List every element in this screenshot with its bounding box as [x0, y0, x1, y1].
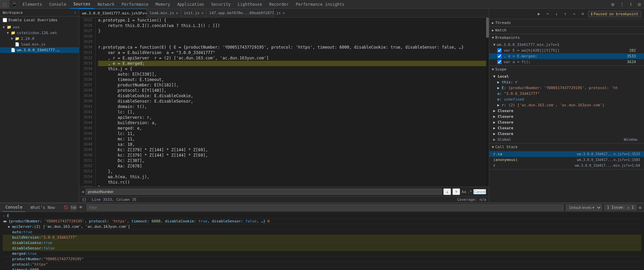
- console-settings-icon[interactable]: ⚙: [639, 205, 641, 210]
- enable-overrides-checkbox[interactable]: [3, 18, 7, 22]
- search-input[interactable]: [86, 189, 442, 195]
- scope-closure2[interactable]: ▶ Closure: [489, 114, 644, 119]
- tab-init-close[interactable]: ✕: [201, 11, 203, 15]
- ds-val: false: [44, 246, 55, 250]
- nav-performance[interactable]: Performance: [118, 0, 152, 9]
- watch-header[interactable]: ▶ Watch: [489, 27, 644, 34]
- tree-item-version[interactable]: ▼ 📁 2.24.0: [0, 36, 79, 42]
- scope-E: ▶ E: {productNumber: 'YD00517437729195',…: [489, 85, 644, 91]
- tab-wm[interactable]: wm.3.0.0_33d41777.min.js%3Fv=1 ✕: [79, 9, 147, 18]
- nav-sources[interactable]: Sources: [70, 0, 94, 9]
- code-line-3546: lc: 11,: [98, 131, 486, 136]
- console-filter[interactable]: [87, 205, 563, 211]
- code-line-3540: disableSensor: E.disableSensor,: [98, 99, 486, 104]
- bp-file-arrow: ▼: [493, 43, 496, 47]
- right-toolbar: ▶ ↷ ↓ ↑ → ⊘ ℹ Paused on breakpoint: [489, 9, 644, 19]
- regex-btn[interactable]: .*: [468, 190, 472, 194]
- device-icon[interactable]: 📱: [9, 0, 19, 9]
- code-content[interactable]: e.prototype.I = function() { return this…: [95, 18, 486, 187]
- dock-icon[interactable]: ⊡: [635, 0, 644, 9]
- workspace-title: Workspace: [3, 10, 23, 15]
- bp-check-1[interactable]: [497, 54, 502, 58]
- breakpoints-header[interactable]: ▼ Breakpoints: [489, 34, 644, 41]
- next-match-btn[interactable]: ▼: [452, 188, 460, 195]
- tree-label-xxx: xxx: [13, 25, 20, 29]
- step-over-btn[interactable]: ↷: [544, 10, 552, 18]
- eye-btn[interactable]: 👁: [78, 205, 84, 211]
- tree-item-wm[interactable]: 📄 wm.3.0.0_33d41777.min.js%3Fv=1: [0, 47, 79, 53]
- bp-arrow: ▼: [492, 36, 494, 39]
- tab-whats-new[interactable]: What's New: [28, 203, 58, 212]
- nav-application[interactable]: Application: [174, 0, 207, 9]
- tab-loadmin[interactable]: load.min.js ✕: [147, 9, 181, 18]
- scope-closure3-label: ▶ Closure: [493, 120, 513, 125]
- dc-key: disableCookie:: [8, 241, 44, 245]
- vertical-scrollbar[interactable]: [486, 18, 489, 187]
- settings-icon[interactable]: ⚙: [608, 0, 617, 9]
- search-bar: ⚙ ▲ ▼ Aa .* Cancel: [79, 187, 489, 196]
- code-line-3547: mc: 11,: [98, 136, 486, 142]
- obj-expand-arrow[interactable]: ◀▶: [3, 219, 7, 223]
- log-level-select[interactable]: Default levels ▾: [566, 205, 602, 211]
- scope-local[interactable]: ▼ Local: [489, 74, 644, 79]
- merged-val: true: [28, 251, 37, 256]
- prev-match-btn[interactable]: ▲: [443, 188, 451, 195]
- scope-closure1[interactable]: ▶ Closure: [489, 108, 644, 114]
- more-icon[interactable]: ⋮: [617, 0, 627, 9]
- bp-check-2[interactable]: [497, 60, 502, 64]
- timeout-val: 6000: [30, 268, 39, 270]
- nav-network[interactable]: Network: [94, 0, 118, 9]
- nav-lighthouse[interactable]: Lighthouse: [234, 0, 266, 9]
- tree-item-loadmin[interactable]: 📄 load.min.js: [0, 42, 79, 47]
- code-line-3535: auto: E[h[330]],: [98, 72, 486, 77]
- scope-closure3[interactable]: ▶ Closure: [489, 119, 644, 125]
- step-btn[interactable]: →: [570, 10, 578, 18]
- coverage-status: Coverage: n/a: [457, 197, 486, 202]
- sidebar-more-icon[interactable]: ›: [74, 10, 76, 15]
- clear-console-btn[interactable]: 🚫: [63, 205, 69, 211]
- code-line-3556: }: [98, 185, 486, 187]
- paused-icon: ℹ: [591, 12, 592, 16]
- match-case-btn[interactable]: Aa: [461, 190, 466, 194]
- tab-loadmin-close[interactable]: ✕: [176, 11, 178, 15]
- tree-item-domain[interactable]: ▼ 📁 cstaticdun.126.net: [0, 30, 79, 36]
- bp-item-0[interactable]: var E = wa[h[420]][Y[75]] 282: [489, 48, 644, 53]
- scrollbar-thumb[interactable]: [486, 18, 489, 38]
- inspect-icon[interactable]: ⬚: [0, 0, 9, 9]
- apiserver-expand[interactable]: ▶: [8, 224, 10, 229]
- cursor-icon: {}: [82, 197, 86, 202]
- tab-init[interactable]: init.js ✕: [181, 9, 206, 18]
- top-btn[interactable]: top: [71, 205, 77, 211]
- tree-item-xxx[interactable]: ▼ 📁 xxx: [0, 24, 79, 30]
- callstack-item-0[interactable]: r.ca wm.3.0.0_33d417...n.js?v=1:3533: [489, 151, 644, 157]
- nav-console[interactable]: Console: [46, 0, 70, 9]
- search-cancel-btn[interactable]: Cancel: [473, 189, 486, 194]
- bp-item-2[interactable]: var a = f(); 3624: [489, 59, 644, 65]
- threads-header[interactable]: ▶ Threads: [489, 19, 644, 26]
- issue-badge[interactable]: 1 Issue: ⚠ 1: [605, 205, 636, 210]
- tab-147[interactable]: 147.app.bbf670e...89eab9f2877.js ✕: [206, 9, 274, 18]
- nav-recorder[interactable]: Recorder: [266, 0, 292, 9]
- deactivate-btn[interactable]: ⊘: [579, 10, 587, 18]
- step-into-btn[interactable]: ↓: [553, 10, 560, 18]
- scope-closure5[interactable]: ▶ Closure: [489, 131, 644, 137]
- callstack-header[interactable]: ▼ Call Stack: [489, 143, 644, 151]
- nav-security[interactable]: Security: [208, 0, 234, 9]
- tab-console[interactable]: Console: [3, 203, 25, 212]
- tab-147-close[interactable]: ✕: [283, 11, 285, 15]
- bp-label-0: var E = wa[h[420]][Y[75]]: [504, 48, 560, 53]
- resume-btn[interactable]: ▶: [535, 10, 543, 18]
- callstack-item-2[interactable]: r wm.3.0.0_33d417....min.js?v=1:64: [489, 163, 644, 168]
- bp-check-0[interactable]: [497, 48, 502, 53]
- code-editor[interactable]: 3525352635273528352935303531353235333534…: [79, 18, 489, 187]
- nav-memory[interactable]: Memory: [152, 0, 174, 9]
- scope-header[interactable]: ▼ Scope: [489, 66, 644, 73]
- bp-item-1[interactable]: , e = E.merged; 3533: [489, 53, 644, 59]
- step-out-btn[interactable]: ↑: [562, 10, 569, 18]
- nav-elements[interactable]: Elements: [19, 0, 46, 9]
- code-line-3544: buildVersion: a,: [98, 120, 486, 126]
- scope-closure4[interactable]: ▶ Closure: [489, 125, 644, 131]
- callstack-item-1[interactable]: (anonymous) wm.3.0.0_33d417...n.js?v=1:1…: [489, 157, 644, 163]
- nav-perf-insights[interactable]: Performance insights: [292, 0, 348, 9]
- console-row-auto: auto: true: [3, 230, 641, 235]
